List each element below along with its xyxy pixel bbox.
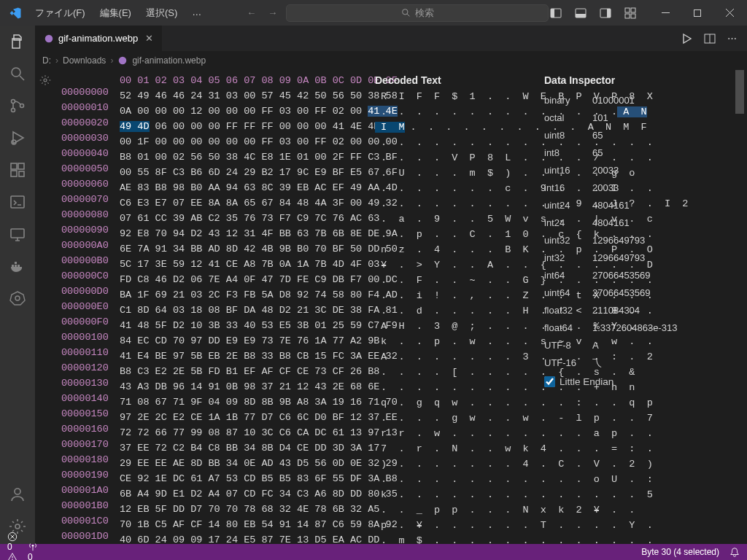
inspector-row-uint16[interactable]: uint1620033 <box>544 161 734 179</box>
split-editor-icon[interactable] <box>704 33 716 44</box>
svg-rect-10 <box>625 14 630 18</box>
inspector-row-octal[interactable]: octal101 <box>544 109 734 126</box>
error-icon <box>7 532 18 542</box>
svg-rect-29 <box>15 265 17 267</box>
status-bar: 0 0 0 Byte 30 (4 selected) <box>0 544 747 560</box>
window-maximize-icon[interactable] <box>683 3 712 23</box>
inspector-row-int16[interactable]: int1620033 <box>544 179 734 196</box>
chevron-right-icon: › <box>110 55 113 66</box>
menu-bar: ファイル(F) 編集(E) 選択(S) … <box>29 4 207 23</box>
offset-column: 00000000 00000010 00000020 00000030 0000… <box>61 73 114 544</box>
status-selection[interactable]: Byte 30 (4 selected) <box>641 547 719 557</box>
svg-rect-3 <box>551 9 554 18</box>
menu-file[interactable]: ファイル(F) <box>29 4 91 23</box>
breadcrumb-folder[interactable]: Downloads <box>63 55 106 66</box>
inspector-row-float32[interactable]: float32211084304 <box>544 301 734 319</box>
status-ports[interactable]: 0 <box>28 542 38 560</box>
accounts-icon[interactable] <box>9 486 26 503</box>
toggle-secondary-sidebar-icon[interactable] <box>600 7 611 19</box>
little-endian-toggle[interactable]: Little Endian <box>544 374 734 389</box>
explorer-icon[interactable] <box>9 33 26 50</box>
menu-more[interactable]: … <box>186 4 207 23</box>
editor-tabs: gif-animation.webp ✕ ⋯ <box>35 26 747 51</box>
window-controls <box>651 3 744 23</box>
more-actions-icon[interactable]: ⋯ <box>727 33 737 44</box>
nav-back-icon[interactable]: ← <box>247 7 256 18</box>
inspector-row-int24[interactable]: int244804161 <box>544 214 734 231</box>
breadcrumbs[interactable]: D: › Downloads › gif-animation.webp <box>35 51 747 70</box>
inspector-row-UTF-16[interactable]: UTF-16乁 <box>544 354 734 371</box>
inspector-row-uint64[interactable]: uint6427066453569 <box>544 284 734 301</box>
bytes-header: 00 01 02 03 04 05 06 07 08 09 0A 0B 0C 0… <box>120 73 368 88</box>
search-icon[interactable] <box>9 65 26 82</box>
search-placeholder: 検索 <box>415 7 434 20</box>
warning-icon <box>7 552 18 560</box>
inspector-row-int32[interactable]: int321296649793 <box>544 249 734 266</box>
svg-line-1 <box>407 14 409 16</box>
close-icon[interactable]: ✕ <box>145 33 153 44</box>
svg-point-36 <box>45 34 53 42</box>
vscode-logo-icon <box>9 7 22 20</box>
window-close-icon[interactable] <box>715 3 744 23</box>
svg-point-34 <box>15 489 20 494</box>
inspector-row-int8[interactable]: int865 <box>544 144 734 161</box>
menu-edit[interactable]: 編集(E) <box>94 4 137 23</box>
inspector-row-uint24[interactable]: uint244804161 <box>544 196 734 214</box>
bell-icon[interactable] <box>729 547 740 557</box>
inspector-title: Data Inspector <box>544 73 734 88</box>
bytes-column[interactable]: 00 01 02 03 04 05 06 07 08 09 0A 0B 0C 0… <box>120 73 368 544</box>
remote-icon[interactable] <box>9 225 26 243</box>
breadcrumb-file[interactable]: gif-animation.webp <box>132 55 206 66</box>
titlebar: ファイル(F) 編集(E) 選択(S) … ← → 検索 <box>0 0 747 26</box>
svg-rect-24 <box>11 171 17 176</box>
svg-point-19 <box>12 109 15 112</box>
svg-point-18 <box>12 100 15 104</box>
inspector-row-uint32[interactable]: uint321296649793 <box>544 231 734 249</box>
decoded-text-title: Decoded Text <box>375 73 550 88</box>
extensions-icon[interactable] <box>9 161 26 179</box>
command-center-search[interactable]: 検索 <box>286 4 549 22</box>
menu-select[interactable]: 選択(S) <box>140 4 183 23</box>
kubernetes-icon[interactable] <box>9 289 26 307</box>
scrollbar[interactable] <box>737 70 746 544</box>
svg-marker-32 <box>10 292 25 305</box>
svg-rect-9 <box>631 8 635 12</box>
nav-arrows: ← → <box>247 7 277 18</box>
status-errors[interactable]: 0 0 <box>7 532 18 560</box>
hex-settings-gear-icon[interactable] <box>39 73 55 544</box>
svg-rect-8 <box>625 8 630 12</box>
svg-rect-23 <box>18 163 24 169</box>
svg-point-40 <box>44 79 47 82</box>
inspector-row-int64[interactable]: int6427066453569 <box>544 266 734 284</box>
toggle-primary-sidebar-icon[interactable] <box>550 7 562 19</box>
editor-area: gif-animation.webp ✕ ⋯ D: › Downloads › … <box>35 26 747 544</box>
svg-point-20 <box>20 104 24 108</box>
svg-rect-13 <box>694 9 701 16</box>
toggle-panel-icon[interactable] <box>575 7 587 19</box>
svg-point-39 <box>119 57 127 65</box>
run-debug-icon[interactable] <box>9 129 26 147</box>
svg-point-0 <box>402 9 407 15</box>
editor-tab-actions: ⋯ <box>681 26 747 51</box>
inspector-row-binary[interactable]: binary01000001 <box>544 91 734 109</box>
inspector-row-uint8[interactable]: uint865 <box>544 126 734 144</box>
svg-rect-31 <box>15 262 17 264</box>
file-type-icon <box>117 55 128 66</box>
breadcrumb-root[interactable]: D: <box>42 55 51 66</box>
svg-point-16 <box>12 68 20 77</box>
little-endian-checkbox[interactable] <box>544 376 555 387</box>
inspector-row-float64[interactable]: float641.3372604863e-313 <box>544 319 734 336</box>
docker-icon[interactable] <box>9 257 26 275</box>
inspector-row-UTF-8[interactable]: UTF-8A <box>544 336 734 354</box>
hex-editor[interactable]: 00000000 00000010 00000020 00000030 0000… <box>35 70 747 544</box>
nav-forward-icon[interactable]: → <box>268 7 277 18</box>
tab-gif-animation[interactable]: gif-animation.webp ✕ <box>35 26 163 51</box>
window-minimize-icon[interactable] <box>651 3 680 23</box>
source-control-icon[interactable] <box>9 97 26 114</box>
customize-layout-icon[interactable] <box>624 7 636 19</box>
layout-controls <box>550 7 636 19</box>
svg-rect-25 <box>19 171 24 176</box>
scrollbar-thumb[interactable] <box>735 70 744 114</box>
run-icon[interactable] <box>681 33 692 44</box>
terminal-icon[interactable] <box>9 193 26 211</box>
